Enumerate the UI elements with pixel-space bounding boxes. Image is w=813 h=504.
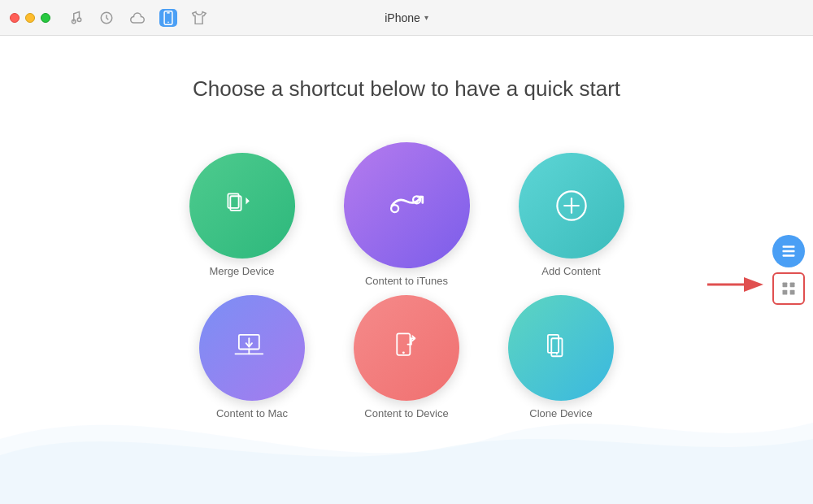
cloud-icon[interactable] bbox=[128, 9, 146, 27]
side-panel bbox=[772, 235, 805, 305]
clock-icon[interactable] bbox=[98, 9, 115, 27]
svg-point-4 bbox=[167, 21, 169, 23]
shortcuts-grid: Merge Device Content to iTunes bbox=[89, 142, 724, 419]
merge-device-shortcut[interactable]: Merge Device bbox=[189, 153, 295, 277]
content-to-itunes-circle bbox=[344, 142, 470, 268]
svg-rect-24 bbox=[783, 283, 788, 288]
main-content: Choose a shortcut below to have a quick … bbox=[0, 36, 813, 504]
svg-rect-23 bbox=[783, 254, 795, 257]
svg-rect-21 bbox=[783, 245, 795, 248]
device-name: iPhone bbox=[385, 11, 420, 24]
arrow-indicator bbox=[703, 268, 768, 304]
titlebar: iPhone ▾ bbox=[0, 0, 813, 36]
arrow-icon bbox=[703, 268, 768, 301]
content-to-device-shortcut[interactable]: Content to Device bbox=[354, 295, 459, 419]
svg-rect-22 bbox=[783, 250, 795, 253]
content-to-mac-circle bbox=[199, 295, 305, 401]
grid-view-button[interactable] bbox=[772, 272, 805, 305]
grid-icon bbox=[780, 280, 797, 297]
page-title: Choose a shortcut below to have a quick … bbox=[193, 76, 620, 102]
mac-icon bbox=[234, 330, 270, 366]
svg-rect-25 bbox=[790, 283, 795, 288]
content-to-itunes-shortcut[interactable]: Content to iTunes bbox=[344, 142, 470, 287]
hamburger-icon bbox=[780, 243, 797, 259]
music-icon[interactable] bbox=[67, 9, 85, 27]
merge-device-label: Merge Device bbox=[209, 265, 274, 277]
content-to-device-circle bbox=[354, 295, 459, 401]
add-icon bbox=[554, 188, 589, 224]
content-to-mac-shortcut[interactable]: Content to Mac bbox=[199, 295, 305, 419]
merge-device-circle bbox=[189, 153, 295, 259]
merge-icon bbox=[224, 188, 260, 224]
traffic-lights bbox=[10, 13, 50, 23]
content-to-mac-label: Content to Mac bbox=[216, 407, 288, 419]
tshirt-icon[interactable] bbox=[190, 9, 208, 27]
chevron-down-icon: ▾ bbox=[424, 13, 428, 22]
add-content-circle bbox=[519, 153, 624, 259]
add-content-shortcut[interactable]: Add Content bbox=[519, 153, 624, 277]
minimize-button[interactable] bbox=[25, 13, 35, 23]
side-top-button[interactable] bbox=[772, 235, 805, 267]
svg-rect-18 bbox=[548, 335, 559, 353]
close-button[interactable] bbox=[10, 13, 20, 23]
maximize-button[interactable] bbox=[41, 13, 50, 23]
circles-row-2: Content to Mac Content to Device bbox=[199, 295, 614, 419]
clone-icon bbox=[543, 330, 579, 366]
device-title[interactable]: iPhone ▾ bbox=[385, 11, 428, 24]
svg-rect-26 bbox=[783, 290, 788, 295]
svg-point-8 bbox=[391, 205, 398, 212]
toolbar-icons bbox=[67, 9, 208, 27]
clone-device-shortcut[interactable]: Clone Device bbox=[508, 295, 614, 419]
device-icon bbox=[389, 330, 424, 366]
svg-point-1 bbox=[77, 18, 81, 22]
svg-rect-27 bbox=[790, 290, 795, 295]
itunes-icon bbox=[385, 184, 428, 228]
content-to-itunes-label: Content to iTunes bbox=[365, 275, 448, 287]
svg-point-17 bbox=[402, 351, 405, 354]
svg-point-20 bbox=[556, 353, 558, 354]
iphone-icon[interactable] bbox=[159, 9, 177, 27]
circles-row-1: Merge Device Content to iTunes bbox=[189, 142, 624, 287]
clone-device-label: Clone Device bbox=[529, 407, 592, 419]
content-to-device-label: Content to Device bbox=[364, 407, 448, 419]
add-content-label: Add Content bbox=[541, 265, 600, 277]
clone-device-circle bbox=[508, 295, 614, 401]
